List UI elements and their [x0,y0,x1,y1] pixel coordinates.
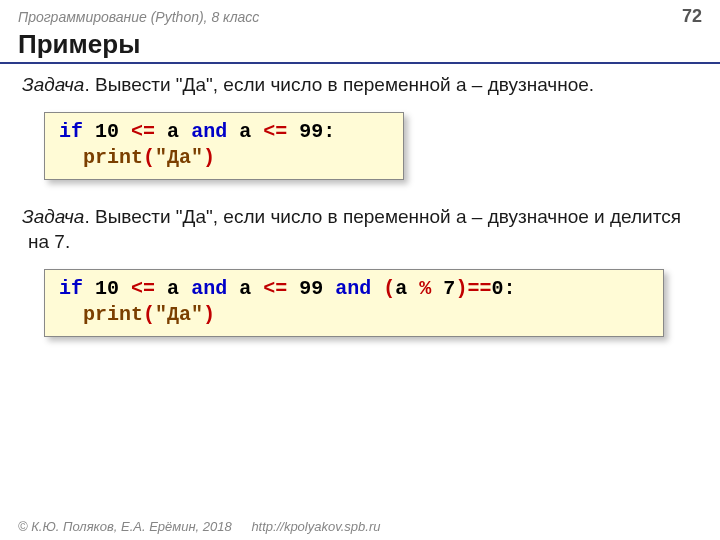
code-token: 7 [443,277,455,300]
code-block-1: if 10 <= a and a <= 99: print("Да") [44,112,404,180]
code-token: <= [131,120,155,143]
code-token [59,146,83,169]
task-label: Задача [22,74,84,95]
code-token: a [395,277,407,300]
task-2: Задача. Вывести "Да", если число в перем… [22,204,698,255]
code-token: ) [455,277,467,300]
code-token: : [323,120,335,143]
code-token: a [239,277,251,300]
page-number: 72 [682,6,702,27]
code-token: if [59,120,83,143]
course-header: Программирование (Python), 8 класс 72 [0,0,720,29]
code-token: print [83,146,143,169]
code-token: ( [143,303,155,326]
code-token: ) [203,146,215,169]
code-token: a [239,120,251,143]
task-1: Задача. Вывести "Да", если число в перем… [22,72,698,98]
code-token: <= [263,277,287,300]
code-token: "Да" [155,303,203,326]
code-token: 99 [299,120,323,143]
content: Задача. Вывести "Да", если число в перем… [0,72,720,361]
code-token: "Да" [155,146,203,169]
code-token: == [467,277,491,300]
code-token: ( [143,146,155,169]
task-text: . Вывести "Да", если число в переменной … [28,206,681,253]
code-token: ( [383,277,395,300]
code-token [59,303,83,326]
task-text: . Вывести "Да", если число в переменной … [84,74,594,95]
code-token: and [191,120,227,143]
code-token: 10 [95,277,119,300]
code-token: a [167,120,179,143]
code-token: and [191,277,227,300]
code-token: if [59,277,83,300]
code-token: 99 [299,277,323,300]
code-token: and [335,277,371,300]
code-token: a [167,277,179,300]
copyright: © К.Ю. Поляков, Е.А. Ерёмин, 2018 [18,519,232,534]
code-token: <= [263,120,287,143]
code-token: : [503,277,515,300]
footer: © К.Ю. Поляков, Е.А. Ерёмин, 2018 http:/… [18,519,380,534]
code-block-2: if 10 <= a and a <= 99 and (a % 7)==0: p… [44,269,664,337]
task-label: Задача [22,206,84,227]
code-token: % [419,277,431,300]
code-token: 0 [491,277,503,300]
code-token: <= [131,277,155,300]
code-token: print [83,303,143,326]
code-token: ) [203,303,215,326]
footer-url: http://kpolyakov.spb.ru [251,519,380,534]
page-title: Примеры [0,29,720,64]
course-title: Программирование (Python), 8 класс [18,9,259,25]
code-token: 10 [95,120,119,143]
